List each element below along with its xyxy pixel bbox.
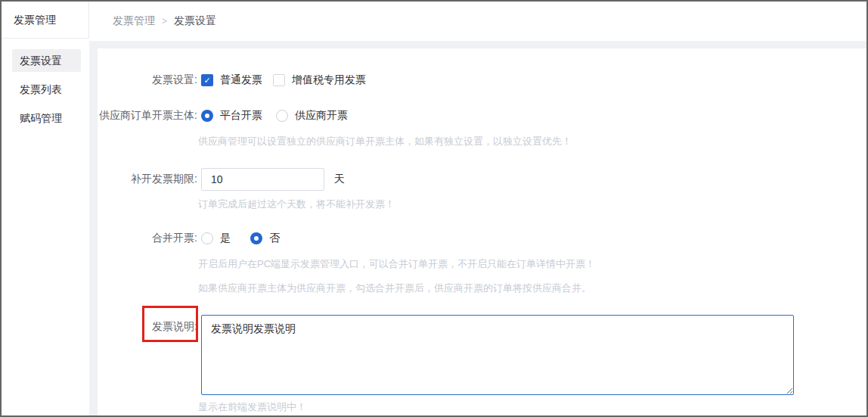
reissue-period-unit: 天 — [334, 173, 345, 186]
settings-card: 发票设置: 普通发票 增值税专用发票 供应商订单开票主体: — [98, 48, 866, 415]
breadcrumb: 发票管理 > 发票设置 — [89, 2, 866, 41]
checkbox-checked-icon[interactable] — [201, 74, 213, 86]
supplier-subject-row: 供应商订单开票主体: 平台开票 供应商开票 — [98, 109, 866, 123]
breadcrumb-current: 发票设置 — [174, 14, 216, 28]
radio-merge-yes-label: 是 — [220, 232, 231, 245]
sidebar-item-invoice-settings[interactable]: 发票设置 — [12, 49, 81, 72]
invoice-note-textarea[interactable]: 发票说明发票说明 — [201, 315, 794, 395]
reissue-period-label: 补开发票期限: — [98, 173, 197, 186]
merge-invoicing-row: 合并开票: 是 否 — [98, 232, 866, 245]
radio-unchecked-icon[interactable] — [276, 110, 288, 122]
checkbox-unchecked-icon[interactable] — [273, 74, 285, 86]
merge-invoicing-hint-2: 如果供应商开票主体为供应商开票，勾选合并开票后，供应商开票的订单将按供应商合并。 — [98, 282, 866, 295]
sidebar-title: 发票管理 — [2, 2, 89, 39]
invoice-note-row: 发票说明: 发票说明发票说明 — [98, 315, 866, 395]
radio-checked-icon[interactable] — [201, 110, 213, 122]
main-area: 发票管理 > 发票设置 发票设置: 普通发票 增值税专用发票 — [89, 2, 866, 415]
reissue-period-input[interactable] — [201, 168, 324, 191]
radio-supplier-invoicing-label: 供应商开票 — [295, 109, 348, 123]
merge-invoicing-hint-1: 开启后用户在PC端显示发票管理入口，可以合并订单开票，不开启只能在订单详情中开票… — [98, 257, 866, 271]
app-window: 发票管理 发票设置 发票列表 赋码管理 发票管理 > 发票设置 发票设置: — [0, 0, 868, 417]
radio-merge-yes[interactable]: 是 — [201, 232, 231, 245]
radio-platform-invoicing-label: 平台开票 — [220, 109, 262, 123]
checkbox-general-invoice[interactable]: 普通发票 — [201, 73, 262, 87]
invoice-types-row: 发票设置: 普通发票 增值税专用发票 — [98, 73, 866, 87]
checkbox-vat-invoice-label: 增值税专用发票 — [292, 73, 366, 87]
breadcrumb-separator-icon: > — [162, 16, 167, 26]
invoice-note-label: 发票说明: — [98, 315, 197, 334]
invoice-note-hint: 显示在前端发票说明中！ — [98, 400, 866, 414]
radio-merge-no-label: 否 — [269, 232, 280, 245]
sidebar-item-code-management[interactable]: 赋码管理 — [12, 107, 81, 129]
reissue-period-hint: 订单完成后超过这个天数，将不能补开发票！ — [98, 198, 866, 211]
sidebar-menu: 发票设置 发票列表 赋码管理 — [2, 39, 89, 135]
breadcrumb-parent[interactable]: 发票管理 — [113, 14, 155, 28]
checkbox-vat-invoice[interactable]: 增值税专用发票 — [273, 73, 366, 87]
radio-supplier-invoicing[interactable]: 供应商开票 — [276, 109, 348, 123]
checkbox-general-invoice-label: 普通发票 — [220, 73, 262, 87]
radio-platform-invoicing[interactable]: 平台开票 — [201, 109, 262, 123]
supplier-subject-hint: 供应商管理可以设置独立的供应商订单开票主体，如果有独立设置，以独立设置优先！ — [98, 135, 866, 148]
radio-merge-no[interactable]: 否 — [250, 232, 280, 245]
merge-invoicing-label: 合并开票: — [98, 232, 197, 245]
invoice-types-label: 发票设置: — [98, 73, 197, 87]
sidebar-item-invoice-list[interactable]: 发票列表 — [12, 78, 81, 101]
reissue-period-row: 补开发票期限: 天 — [98, 168, 866, 191]
content-area: 发票设置: 普通发票 增值税专用发票 供应商订单开票主体: — [89, 41, 866, 415]
supplier-subject-label: 供应商订单开票主体: — [98, 109, 197, 123]
sidebar: 发票管理 发票设置 发票列表 赋码管理 — [2, 2, 89, 415]
radio-checked-icon[interactable] — [250, 232, 262, 244]
radio-unchecked-icon[interactable] — [201, 232, 213, 244]
